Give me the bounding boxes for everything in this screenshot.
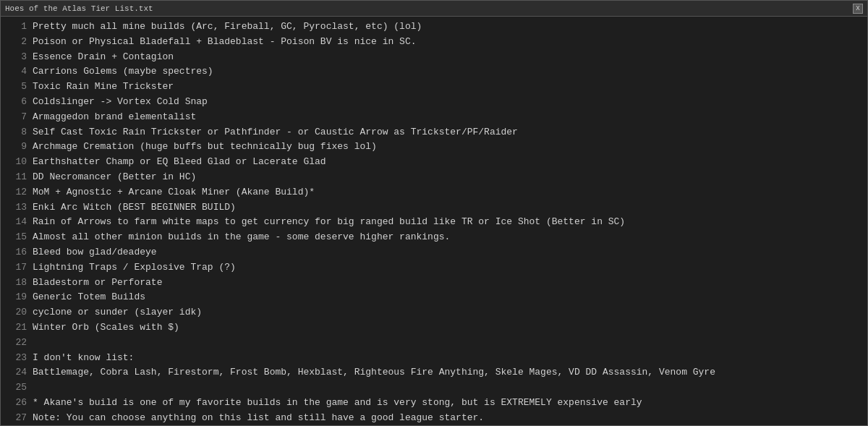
line-text: Carrions Golems (maybe spectres) bbox=[33, 64, 213, 80]
line-number: 27 bbox=[7, 411, 27, 425]
list-item: 12MoM + Agnostic + Arcane Cloak Miner (A… bbox=[1, 185, 867, 200]
line-text: Essence Drain + Contagion bbox=[33, 50, 174, 65]
line-text: cyclone or sunder (slayer idk) bbox=[33, 305, 202, 320]
line-number: 22 bbox=[7, 336, 27, 351]
list-item: 4Carrions Golems (maybe spectres) bbox=[1, 64, 867, 80]
line-text: Self Cast Toxic Rain Trickster or Pathfi… bbox=[33, 125, 518, 140]
text-content: 1Pretty much all mine builds (Arc, Fireb… bbox=[1, 17, 867, 425]
list-item: 2Poison or Physical Bladefall + Bladebla… bbox=[1, 35, 867, 50]
line-number: 8 bbox=[7, 125, 27, 140]
line-number: 12 bbox=[7, 185, 27, 200]
line-text: Enki Arc Witch (BEST BEGINNER BUILD) bbox=[33, 200, 236, 216]
list-item: 5Toxic Rain Mine Trickster bbox=[1, 80, 867, 95]
line-text: Note: You can choose anything on this li… bbox=[33, 411, 484, 425]
list-item: 21Winter Orb (Scales with $) bbox=[1, 320, 867, 336]
line-number: 13 bbox=[7, 200, 27, 216]
line-text: Poison or Physical Bladefall + Bladeblas… bbox=[33, 35, 417, 50]
line-number: 5 bbox=[7, 80, 27, 95]
line-number: 3 bbox=[7, 50, 27, 65]
line-number: 7 bbox=[7, 110, 27, 125]
title-bar: Hoes of the Atlas Tier List.txt x bbox=[1, 1, 867, 17]
line-number: 23 bbox=[7, 351, 27, 366]
title-bar-text: Hoes of the Atlas Tier List.txt bbox=[5, 4, 853, 13]
line-number: 4 bbox=[7, 64, 27, 80]
line-number: 1 bbox=[7, 20, 27, 35]
list-item: 27Note: You can choose anything on this … bbox=[1, 411, 867, 425]
line-text: * Akane's build is one of my favorite bu… bbox=[33, 396, 642, 411]
line-number: 18 bbox=[7, 276, 27, 291]
line-text: Coldslinger -> Vortex Cold Snap bbox=[33, 95, 208, 110]
line-text: DD Necromancer (Better in HC) bbox=[33, 170, 196, 185]
line-text: Archmage Cremation (huge buffs but techn… bbox=[33, 140, 377, 155]
line-text: Bladestorm or Perforate bbox=[33, 276, 162, 291]
line-text: I don't know list: bbox=[33, 351, 134, 366]
line-text: Almost all other minion builds in the ga… bbox=[33, 230, 450, 245]
list-item: 26* Akane's build is one of my favorite … bbox=[1, 396, 867, 411]
line-number: 14 bbox=[7, 215, 27, 230]
list-item: 9Archmage Cremation (huge buffs but tech… bbox=[1, 140, 867, 155]
list-item: 7Armaggedon brand elementalist bbox=[1, 110, 867, 125]
line-number: 9 bbox=[7, 140, 27, 155]
line-number: 19 bbox=[7, 290, 27, 305]
list-item: 20cyclone or sunder (slayer idk) bbox=[1, 305, 867, 320]
line-text: Rain of Arrows to farm white maps to get… bbox=[33, 215, 625, 230]
line-number: 26 bbox=[7, 396, 27, 411]
list-item: 17Lightning Traps / Explosive Trap (?) bbox=[1, 260, 867, 276]
line-text: Earthshatter Champ or EQ Bleed Glad or L… bbox=[33, 155, 326, 170]
line-text: Armaggedon brand elementalist bbox=[33, 110, 196, 125]
list-item: 19Generic Totem Builds bbox=[1, 290, 867, 305]
list-item: 25 bbox=[1, 380, 867, 396]
line-number: 20 bbox=[7, 305, 27, 320]
list-item: 6Coldslinger -> Vortex Cold Snap bbox=[1, 95, 867, 110]
line-number: 21 bbox=[7, 320, 27, 336]
line-number: 16 bbox=[7, 245, 27, 260]
line-text: Pretty much all mine builds (Arc, Fireba… bbox=[33, 20, 422, 35]
list-item: 24Battlemage, Cobra Lash, Firestorm, Fro… bbox=[1, 365, 867, 380]
line-text: Generic Totem Builds bbox=[33, 290, 145, 305]
list-item: 22 bbox=[1, 336, 867, 351]
line-text: Winter Orb (Scales with $) bbox=[33, 320, 179, 336]
list-item: 13Enki Arc Witch (BEST BEGINNER BUILD) bbox=[1, 200, 867, 216]
main-window: Hoes of the Atlas Tier List.txt x 1Prett… bbox=[0, 0, 868, 426]
list-item: 11DD Necromancer (Better in HC) bbox=[1, 170, 867, 185]
list-item: 1Pretty much all mine builds (Arc, Fireb… bbox=[1, 20, 867, 35]
line-number: 15 bbox=[7, 230, 27, 245]
line-number: 24 bbox=[7, 365, 27, 380]
list-item: 3Essence Drain + Contagion bbox=[1, 50, 867, 65]
list-item: 23I don't know list: bbox=[1, 351, 867, 366]
line-number: 2 bbox=[7, 35, 27, 50]
line-text: Battlemage, Cobra Lash, Firestorm, Frost… bbox=[33, 365, 715, 380]
line-number: 6 bbox=[7, 95, 27, 110]
line-number: 25 bbox=[7, 380, 27, 396]
line-number: 17 bbox=[7, 260, 27, 276]
list-item: 16Bleed bow glad/deadeye bbox=[1, 245, 867, 260]
list-item: 10Earthshatter Champ or EQ Bleed Glad or… bbox=[1, 155, 867, 170]
line-text: Lightning Traps / Explosive Trap (?) bbox=[33, 260, 236, 276]
line-text: MoM + Agnostic + Arcane Cloak Miner (Aka… bbox=[33, 185, 315, 200]
list-item: 15Almost all other minion builds in the … bbox=[1, 230, 867, 245]
line-number: 10 bbox=[7, 155, 27, 170]
list-item: 18Bladestorm or Perforate bbox=[1, 276, 867, 291]
line-text: Toxic Rain Mine Trickster bbox=[33, 80, 174, 95]
list-item: 8Self Cast Toxic Rain Trickster or Pathf… bbox=[1, 125, 867, 140]
line-text: Bleed bow glad/deadeye bbox=[33, 245, 157, 260]
close-button[interactable]: x bbox=[853, 4, 863, 14]
line-number: 11 bbox=[7, 170, 27, 185]
list-item: 14Rain of Arrows to farm white maps to g… bbox=[1, 215, 867, 230]
